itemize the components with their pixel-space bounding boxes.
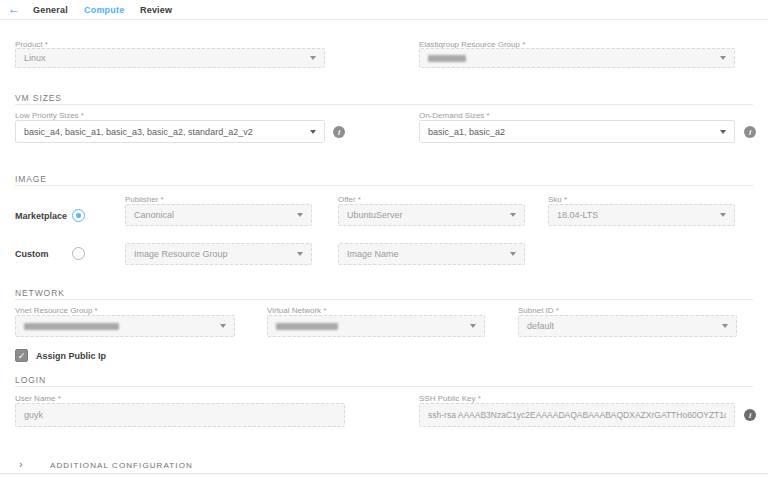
virtual-network-label: Virtual Network * bbox=[267, 306, 326, 315]
on-demand-sizes-label: On-Demand Sizes * bbox=[419, 111, 490, 120]
divider bbox=[15, 299, 753, 300]
user-name-label: User Name * bbox=[15, 394, 61, 403]
back-arrow-icon[interactable]: ← bbox=[8, 3, 20, 15]
on-demand-sizes-value: basic_a1, basic_a2 bbox=[428, 127, 505, 137]
chevron-right-icon[interactable]: › bbox=[19, 458, 23, 470]
assign-public-ip-checkbox[interactable]: ✓ bbox=[15, 349, 28, 362]
subnet-id-value: default bbox=[527, 321, 554, 331]
redacted-value bbox=[24, 323, 119, 330]
publisher-select[interactable]: Canonical bbox=[125, 204, 312, 226]
ssh-public-key-value: ssh-rsa AAAAB3NzaC1yc2EAAAADAQABAAABAQDX… bbox=[428, 410, 726, 420]
divider bbox=[0, 473, 768, 474]
vnet-resource-group-select[interactable] bbox=[15, 315, 235, 337]
elastigroup-rg-select[interactable] bbox=[419, 48, 735, 68]
image-resource-group-placeholder: Image Resource Group bbox=[134, 249, 228, 259]
ssh-public-key-label: SSH Public Key * bbox=[419, 394, 481, 403]
vnet-resource-group-label: Vnet Resource Group * bbox=[15, 306, 98, 315]
low-priority-sizes-select[interactable]: basic_a4, basic_a1, basic_a3, basic_a2, … bbox=[15, 120, 325, 143]
chevron-down-icon bbox=[720, 130, 726, 134]
wizard-tab-bar: ← General Compute Review bbox=[0, 0, 768, 20]
marketplace-row-label: Marketplace bbox=[15, 211, 67, 221]
info-icon[interactable]: i bbox=[744, 126, 756, 138]
product-select[interactable]: Linux bbox=[15, 48, 325, 68]
chevron-down-icon bbox=[720, 56, 726, 60]
product-value: Linux bbox=[24, 53, 46, 63]
section-title-image: IMAGE bbox=[15, 174, 47, 184]
publisher-label: Publisher * bbox=[125, 195, 164, 204]
image-name-placeholder: Image Name bbox=[347, 249, 399, 259]
sku-label: Sku * bbox=[548, 195, 567, 204]
chevron-down-icon bbox=[297, 213, 303, 217]
redacted-value bbox=[276, 323, 338, 330]
user-name-input[interactable]: guyk bbox=[15, 403, 345, 427]
info-icon[interactable]: i bbox=[333, 126, 345, 138]
chevron-down-icon bbox=[722, 324, 728, 328]
image-resource-group-select[interactable]: Image Resource Group bbox=[125, 243, 312, 265]
chevron-down-icon bbox=[510, 213, 516, 217]
section-title-login: LOGIN bbox=[15, 375, 46, 385]
divider bbox=[15, 386, 753, 387]
tab-compute[interactable]: Compute bbox=[84, 5, 124, 15]
marketplace-radio[interactable] bbox=[72, 209, 85, 222]
chevron-down-icon bbox=[220, 324, 226, 328]
chevron-down-icon bbox=[310, 56, 316, 60]
low-priority-sizes-label: Low Priority Sizes * bbox=[15, 111, 84, 120]
custom-radio[interactable] bbox=[72, 247, 85, 260]
user-name-value: guyk bbox=[24, 410, 43, 420]
offer-value: UbuntuServer bbox=[347, 210, 403, 220]
custom-row-label: Custom bbox=[15, 249, 49, 259]
chevron-down-icon bbox=[720, 213, 726, 217]
check-icon: ✓ bbox=[18, 351, 26, 361]
sku-value: 18.04-LTS bbox=[557, 210, 598, 220]
tab-review[interactable]: Review bbox=[140, 5, 172, 15]
chevron-down-icon bbox=[310, 130, 316, 134]
image-name-select[interactable]: Image Name bbox=[338, 243, 525, 265]
subnet-id-select[interactable]: default bbox=[518, 315, 737, 337]
on-demand-sizes-select[interactable]: basic_a1, basic_a2 bbox=[419, 120, 735, 143]
additional-configuration-toggle[interactable]: ADDITIONAL CONFIGURATION bbox=[50, 461, 193, 470]
info-icon[interactable]: i bbox=[744, 409, 756, 421]
divider bbox=[15, 185, 753, 186]
publisher-value: Canonical bbox=[134, 210, 174, 220]
tab-general[interactable]: General bbox=[33, 5, 68, 15]
section-title-vm-sizes: VM SIZES bbox=[15, 93, 62, 103]
ssh-public-key-input[interactable]: ssh-rsa AAAAB3NzaC1yc2EAAAADAQABAAABAQDX… bbox=[419, 403, 735, 427]
low-priority-sizes-value: basic_a4, basic_a1, basic_a3, basic_a2, … bbox=[24, 127, 253, 137]
chevron-down-icon bbox=[470, 324, 476, 328]
section-title-network: NETWORK bbox=[15, 288, 65, 298]
divider bbox=[15, 104, 753, 105]
offer-select[interactable]: UbuntuServer bbox=[338, 204, 525, 226]
chevron-down-icon bbox=[510, 252, 516, 256]
sku-select[interactable]: 18.04-LTS bbox=[548, 204, 735, 226]
subnet-id-label: Subnet ID * bbox=[518, 306, 559, 315]
virtual-network-select[interactable] bbox=[267, 315, 485, 337]
assign-public-ip-label: Assign Public Ip bbox=[36, 351, 106, 361]
chevron-down-icon bbox=[297, 252, 303, 256]
redacted-value bbox=[428, 55, 466, 62]
offer-label: Offer * bbox=[338, 195, 361, 204]
